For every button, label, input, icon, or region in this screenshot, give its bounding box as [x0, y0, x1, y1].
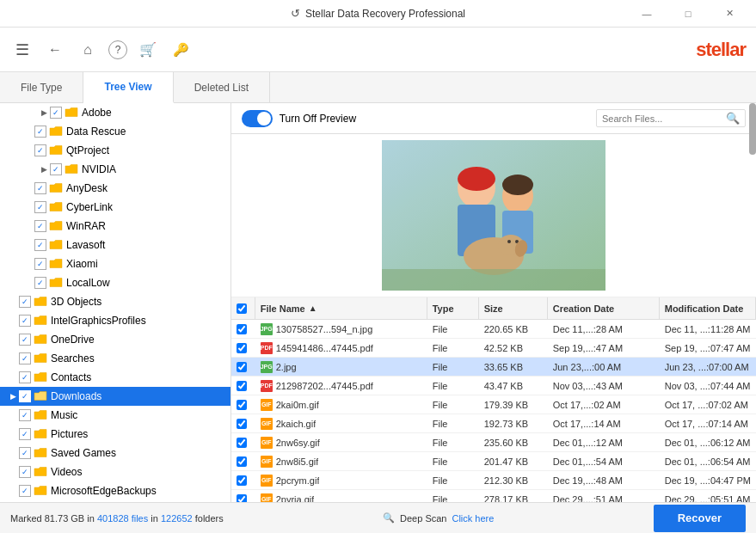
sidebar-item-downloads[interactable]: ▶Downloads	[0, 387, 230, 406]
table-row[interactable]: PDF145941486...47445.pdfFile42.52 KBSep …	[231, 339, 756, 358]
tree-item-checkbox[interactable]	[34, 201, 46, 213]
table-row[interactable]: GIF2pcrym.gifFile212.30 KBDec 19,...:48 …	[231, 471, 756, 490]
tree-item-label: Downloads	[51, 390, 101, 402]
tab-file-type[interactable]: File Type	[0, 72, 83, 102]
home-icon[interactable]: ⌂	[76, 38, 100, 62]
tree-item-checkbox[interactable]	[19, 466, 31, 478]
tree-item-checkbox[interactable]	[19, 485, 31, 497]
row-modified: Oct 17, ...:07:02 AM	[660, 395, 756, 414]
table-row[interactable]: JPG130758527...594_n.jpgFile220.65 KBDec…	[231, 320, 756, 339]
deepscan-link[interactable]: Click here	[452, 513, 494, 524]
row-checkbox[interactable]	[231, 339, 255, 357]
header-name[interactable]: File Name ▲	[255, 297, 427, 319]
sidebar-item-pictures[interactable]: Pictures	[0, 425, 230, 444]
sidebar-item-qtproject[interactable]: QtProject	[0, 141, 230, 160]
gif-file-icon: GIF	[261, 418, 273, 430]
toggle-preview[interactable]: Turn Off Preview	[242, 110, 356, 127]
tree-item-checkbox[interactable]	[50, 107, 62, 119]
row-name: GIF2pcrym.gif	[255, 471, 427, 489]
sidebar-item-ms-edge-backups[interactable]: MicrosoftEdgeBackups	[0, 481, 230, 500]
tree-item-checkbox[interactable]	[34, 258, 46, 270]
tree-item-checkbox[interactable]	[34, 277, 46, 289]
sidebar-item-saved-games[interactable]: Saved Games	[0, 444, 230, 463]
header-modified[interactable]: Modification Date	[660, 297, 756, 319]
folder-icon	[34, 484, 47, 498]
table-row[interactable]: PDF212987202...47445.pdfFile43.47 KBNov …	[231, 377, 756, 395]
tree-item-checkbox[interactable]	[34, 239, 46, 251]
row-checkbox[interactable]	[231, 395, 255, 414]
row-checkbox[interactable]	[231, 358, 255, 376]
tab-deleted-list[interactable]: Deleted List	[174, 72, 270, 102]
tree-item-checkbox[interactable]	[34, 126, 46, 138]
maximize-button[interactable]: □	[668, 0, 708, 28]
row-checkbox[interactable]	[231, 471, 255, 489]
sidebar-item-cyberlink[interactable]: CyberLink	[0, 198, 230, 217]
table-row[interactable]: GIF2kaich.gifFile192.73 KBOct 17,...:14 …	[231, 414, 756, 433]
row-size: 192.73 KB	[479, 414, 548, 432]
jpg-file-icon: JPG	[261, 323, 273, 335]
tree-item-label: Saved Games	[51, 447, 116, 459]
row-checkbox[interactable]	[231, 490, 255, 502]
table-row[interactable]: GIF2nw6sy.gifFile235.60 KBDec 01,...:12 …	[231, 433, 756, 452]
toolbar: ☰ ← ⌂ ? 🛒 🔑 stellar	[0, 28, 756, 72]
preview-area	[231, 134, 756, 297]
sidebar-item-intel-graphics[interactable]: IntelGraphicsProfiles	[0, 311, 230, 330]
tree-item-checkbox[interactable]	[19, 371, 31, 383]
table-row[interactable]: JPG2.jpgFile33.65 KBJun 23,...:00 AMJun …	[231, 358, 756, 377]
sidebar-item-anydesk[interactable]: AnyDesk	[0, 179, 230, 198]
row-name: JPG130758527...594_n.jpg	[255, 320, 427, 338]
table-row[interactable]: GIF2kai0m.gifFile179.39 KBOct 17,...:02 …	[231, 395, 756, 414]
tree-item-checkbox[interactable]	[19, 409, 31, 421]
tree-item-checkbox[interactable]	[19, 334, 31, 346]
tree-item-checkbox[interactable]	[19, 428, 31, 440]
header-size[interactable]: Size	[479, 297, 548, 319]
header-created[interactable]: Creation Date	[548, 297, 660, 319]
row-created: Dec 29,...:51 AM	[548, 490, 660, 502]
sidebar-item-winrar[interactable]: WinRAR	[0, 217, 230, 236]
sidebar-item-lavasoft[interactable]: Lavasoft	[0, 236, 230, 254]
row-checkbox[interactable]	[231, 320, 255, 338]
sidebar-item-onedrive[interactable]: OneDrive	[0, 330, 230, 349]
deepscan-label: Deep Scan	[400, 513, 446, 524]
tree-item-checkbox[interactable]	[50, 163, 62, 175]
table-row[interactable]: GIF2pyrja.gifFile278.17 KBDec 29,...:51 …	[231, 490, 756, 502]
sidebar-item-music[interactable]: Music	[0, 406, 230, 425]
header-type[interactable]: Type	[427, 297, 479, 319]
tree-item-checkbox[interactable]	[19, 352, 31, 365]
tree-item-checkbox[interactable]	[19, 390, 31, 402]
search-input[interactable]	[602, 113, 722, 124]
table-row[interactable]: GIF2nw8i5.gifFile201.47 KBDec 01,...:54 …	[231, 452, 756, 471]
tree-item-checkbox[interactable]	[34, 182, 46, 194]
row-checkbox[interactable]	[231, 452, 255, 470]
sidebar-item-nvidia[interactable]: ▶NVIDIA	[0, 160, 230, 179]
back-icon[interactable]: ←	[43, 38, 67, 62]
close-button[interactable]: ✕	[710, 0, 749, 28]
sidebar-item-contacts[interactable]: Contacts	[0, 368, 230, 387]
row-checkbox[interactable]	[231, 414, 255, 432]
row-checkbox[interactable]	[231, 377, 255, 395]
sidebar-item-localLow[interactable]: LocalLow	[0, 273, 230, 292]
menu-icon[interactable]: ☰	[10, 38, 34, 62]
sidebar-item-ansel[interactable]: ansel	[0, 500, 230, 502]
key-icon[interactable]: 🔑	[169, 38, 193, 62]
cart-icon[interactable]: 🛒	[136, 38, 160, 62]
tree-item-checkbox[interactable]	[19, 315, 31, 327]
tree-item-checkbox[interactable]	[34, 144, 46, 156]
sidebar-item-videos[interactable]: Videos	[0, 463, 230, 481]
tree-item-checkbox[interactable]	[19, 296, 31, 308]
tree-item-checkbox[interactable]	[19, 447, 31, 459]
minimize-button[interactable]: —	[627, 0, 667, 28]
tree-item-checkbox[interactable]	[34, 220, 46, 232]
toggle-switch-control[interactable]	[242, 110, 273, 127]
help-icon[interactable]: ?	[108, 40, 127, 59]
recover-button[interactable]: Recover	[654, 505, 746, 532]
sidebar-item-adobe[interactable]: ▶Adobe	[0, 103, 230, 122]
sidebar-item-data-rescue[interactable]: Data Rescue	[0, 122, 230, 141]
sidebar-item-searches[interactable]: Searches	[0, 349, 230, 368]
sidebar-item-3d-objects[interactable]: 3D Objects	[0, 292, 230, 311]
row-type: File	[427, 452, 479, 470]
sidebar-item-xiaomi[interactable]: Xiaomi	[0, 254, 230, 273]
header-checkbox[interactable]	[237, 303, 247, 314]
row-checkbox[interactable]	[231, 433, 255, 451]
tab-tree-view[interactable]: Tree View	[83, 72, 173, 103]
